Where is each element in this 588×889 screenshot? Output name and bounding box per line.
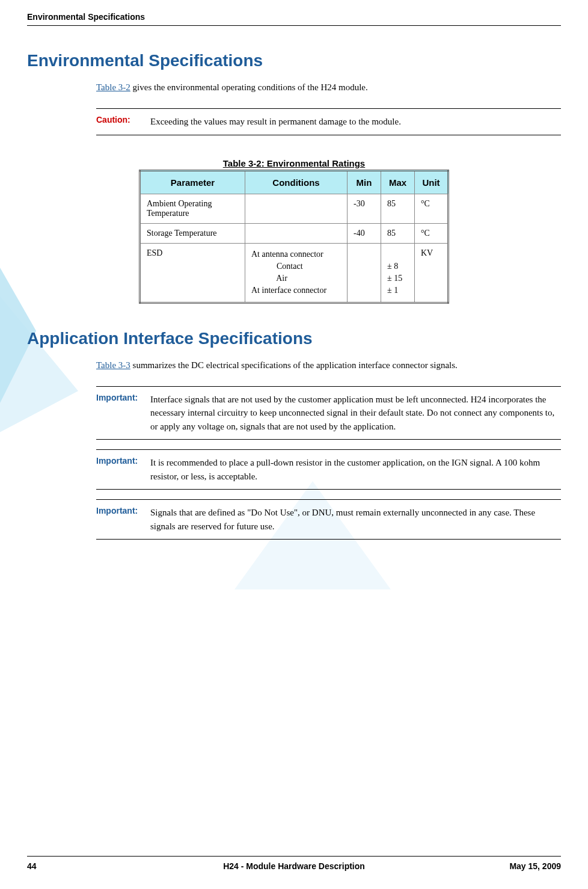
environmental-ratings-table: Parameter Conditions Min Max Unit Ambien… [139, 170, 449, 304]
important-label: Important: [96, 506, 150, 515]
cell-max: 85 [381, 194, 415, 223]
cell-param: ESD [140, 243, 245, 303]
important-text-2: It is recommended to place a pull-down r… [150, 456, 561, 483]
important-text-3: Signals that are defined as "Do Not Use"… [150, 506, 561, 533]
cell-unit: KV [415, 243, 449, 303]
footer-title: H24 - Module Hardware Description [27, 861, 561, 871]
th-unit: Unit [415, 170, 449, 194]
cell-cond: At antenna connector Contact Air At inte… [245, 243, 348, 303]
table-row: Storage Temperature -40 85 °C [140, 223, 449, 243]
cell-max: ± 8 ± 15 ± 1 [381, 243, 415, 303]
cell-param: Storage Temperature [140, 223, 245, 243]
cell-min: -40 [348, 223, 381, 243]
section-heading-env-specs: Environmental Specifications [27, 51, 561, 70]
caution-text: Exceeding the values may result in perma… [150, 115, 561, 129]
table-3-2-link[interactable]: Table 3-2 [96, 82, 130, 92]
app-interface-intro: Table 3-3 summarizes the DC electrical s… [96, 360, 561, 371]
cell-cond [245, 223, 348, 243]
cell-max: 85 [381, 223, 415, 243]
cell-unit: °C [415, 194, 449, 223]
table-row: Ambient Operating Temperature -30 85 °C [140, 194, 449, 223]
env-specs-intro: Table 3-2 gives the environmental operat… [96, 82, 561, 93]
cell-cond [245, 194, 348, 223]
important-block-1: Important: Interface signals that are no… [96, 386, 561, 440]
table-title: Table 3-2: Environmental Ratings [27, 158, 561, 168]
important-label: Important: [96, 456, 150, 466]
cell-min: -30 [348, 194, 381, 223]
footer-date: May 15, 2009 [509, 861, 561, 871]
section-heading-app-interface: Application Interface Specifications [27, 329, 561, 348]
caution-label: Caution: [96, 115, 150, 125]
th-parameter: Parameter [140, 170, 245, 194]
cell-unit: °C [415, 223, 449, 243]
th-max: Max [381, 170, 415, 194]
page-footer: 44 H24 - Module Hardware Description May… [27, 856, 561, 871]
running-header: Environmental Specifications [27, 12, 561, 26]
caution-block: Caution: Exceeding the values may result… [96, 108, 561, 135]
intro-text-2: summarizes the DC electrical specificati… [130, 360, 458, 370]
footer-page-number: 44 [27, 861, 37, 871]
important-text-1: Interface signals that are not used by t… [150, 393, 561, 434]
intro-text: gives the environmental operating condit… [130, 82, 368, 92]
cell-param: Ambient Operating Temperature [140, 194, 245, 223]
table-row: ESD At antenna connector Contact Air At … [140, 243, 449, 303]
table-header-row: Parameter Conditions Min Max Unit [140, 170, 449, 194]
th-conditions: Conditions [245, 170, 348, 194]
th-min: Min [348, 170, 381, 194]
important-block-2: Important: It is recommended to place a … [96, 449, 561, 490]
important-label: Important: [96, 393, 150, 402]
important-block-3: Important: Signals that are defined as "… [96, 499, 561, 540]
table-3-3-link[interactable]: Table 3-3 [96, 360, 130, 370]
cell-min [348, 243, 381, 303]
